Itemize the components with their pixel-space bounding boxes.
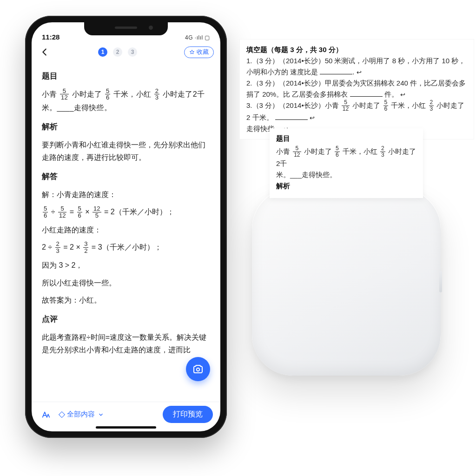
worksheet-paper: 填空题（每题 3 分，共 30 分） 1.（3 分）（2014•长沙）50 米测… [239, 39, 474, 139]
section-topic-text: 小青 512 小时走了 56 千米，小红 23 小时走了2千米。____走得快些… [42, 88, 210, 114]
scope-label: 全部内容 [67, 410, 95, 419]
section-review-text: 此题考查路程÷时间=速度这一数量关系。解决关键是先分别求出小青和小红走路的速度，… [42, 331, 210, 356]
back-button[interactable] [38, 46, 51, 59]
section-topic-heading: 题目 [42, 70, 210, 83]
svg-marker-0 [190, 50, 194, 54]
section-answer-heading: 解答 [42, 170, 210, 184]
scope-selector[interactable]: 全部内容 [60, 410, 156, 419]
receipt-paper: 题目 小青 512 小时走了 56 千米，小红 23 小时走了2千米。___走得… [270, 128, 423, 198]
section-analysis-text: 要判断小青和小红谁走得快一些，先分别求出他们走路的速度，再进行比较即可。 [42, 139, 210, 164]
print-preview-label: 打印预览 [173, 410, 203, 418]
answer-line-6: 所以小红走得快一些。 [42, 277, 210, 289]
answer-line-5: 因为 3 > 2， [42, 259, 210, 271]
favorite-label: 收藏 [197, 48, 209, 56]
chevron-down-icon [98, 411, 104, 418]
worksheet-q2b: 乙居委会多捐棉衣 [292, 90, 348, 98]
section-analysis-heading: 解析 [42, 120, 210, 134]
phone-frame: 11:28 4G ·ılıl ▢ 1 2 3 收藏 题目 小青 512 小时走了… [25, 16, 227, 438]
phone-screen: 11:28 4G ·ılıl ▢ 1 2 3 收藏 题目 小青 512 小时走了… [32, 22, 220, 431]
answer-line-1: 解：小青走路的速度： [42, 188, 210, 201]
favorite-button[interactable]: 收藏 [184, 46, 214, 58]
receipt-topic-heading: 题目 [276, 133, 416, 144]
status-time: 11:28 [42, 33, 60, 41]
blank-field [320, 68, 352, 75]
answer-line-3: 小红走路的速度： [42, 224, 210, 236]
blank-field [350, 91, 383, 97]
content-area[interactable]: 题目 小青 512 小时走了 56 千米，小红 23 小时走了2千米。____走… [32, 63, 220, 402]
notch [84, 22, 168, 35]
answer-line-4: 2 ÷ 23 = 2 × 32 = 3（千米／小时）； [42, 241, 210, 254]
font-tool-icon[interactable] [39, 408, 53, 422]
mini-printer [252, 188, 441, 376]
svg-point-1 [197, 368, 199, 371]
answer-line-7: 故答案为：小红。 [42, 294, 210, 306]
status-network: 4G ·ılıl ▢ [185, 34, 210, 41]
camera-fab[interactable] [186, 357, 210, 381]
answer-line-2: 56 ÷ 512 = 56 × 125 = 2（千米／小时）； [42, 205, 210, 219]
section-review-heading: 点评 [42, 313, 210, 326]
home-indicator [96, 426, 156, 429]
print-preview-button[interactable]: 打印预览 [163, 406, 213, 423]
pager: 1 2 3 [51, 47, 184, 57]
blank-field [275, 114, 308, 120]
diamond-icon [59, 411, 65, 417]
pager-dot-3[interactable]: 3 [128, 47, 137, 57]
worksheet-q2c: 件。 [384, 90, 398, 98]
app-header: 1 2 3 收藏 [32, 43, 220, 63]
pager-dot-2[interactable]: 2 [113, 47, 122, 57]
pager-dot-1[interactable]: 1 [98, 47, 107, 57]
worksheet-title: 填空题（每题 3 分，共 30 分） [246, 46, 343, 53]
worksheet-q1b: 速度比是 [290, 68, 318, 76]
receipt-topic-text: 小青 512 小时走了 56 千米，小红 23 小时走了2千米。___走得快些。 [276, 146, 416, 180]
receipt-analysis-heading: 解析 [276, 180, 416, 192]
